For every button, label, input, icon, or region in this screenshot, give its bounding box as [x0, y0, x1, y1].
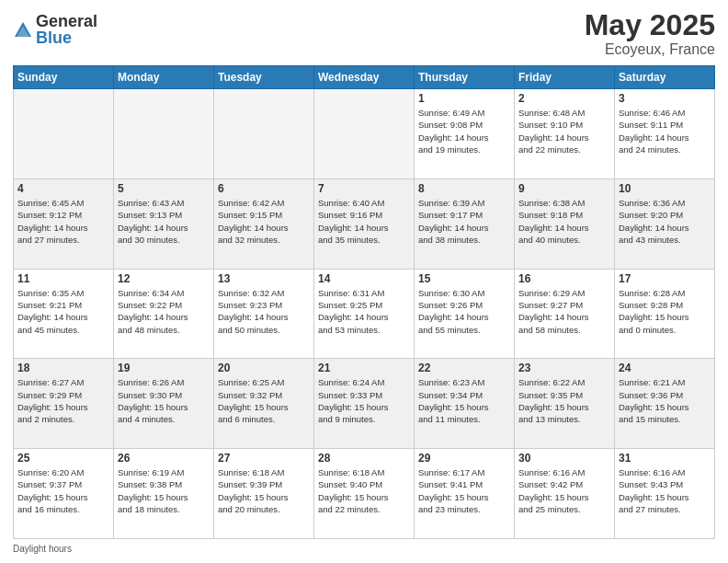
day-number: 26: [118, 452, 210, 465]
day-number: 29: [418, 452, 510, 465]
calendar-cell: 17Sunrise: 6:28 AM Sunset: 9:28 PM Dayli…: [615, 269, 715, 359]
day-info: Sunrise: 6:27 AM Sunset: 9:29 PM Dayligh…: [17, 376, 109, 425]
calendar-header-friday: Friday: [515, 66, 615, 89]
day-info: Sunrise: 6:35 AM Sunset: 9:21 PM Dayligh…: [17, 287, 109, 336]
calendar-cell: 18Sunrise: 6:27 AM Sunset: 9:29 PM Dayli…: [14, 359, 114, 449]
title-block: May 2025 Ecoyeux, France: [585, 9, 715, 58]
calendar-cell: 22Sunrise: 6:23 AM Sunset: 9:34 PM Dayli…: [415, 359, 515, 449]
calendar-header-saturday: Saturday: [615, 66, 715, 89]
day-number: 31: [619, 452, 711, 465]
day-number: 20: [218, 362, 310, 374]
calendar-cell: [114, 89, 214, 179]
day-info: Sunrise: 6:18 AM Sunset: 9:39 PM Dayligh…: [218, 466, 310, 515]
day-info: Sunrise: 6:31 AM Sunset: 9:25 PM Dayligh…: [318, 287, 410, 336]
day-number: 13: [218, 272, 310, 285]
day-number: 24: [619, 362, 711, 374]
day-number: 22: [418, 362, 510, 374]
calendar-cell: 2Sunrise: 6:48 AM Sunset: 9:10 PM Daylig…: [515, 89, 615, 179]
header: General Blue May 2025 Ecoyeux, France: [13, 9, 715, 58]
day-number: 21: [318, 362, 410, 374]
footer-note: Daylight hours: [13, 544, 715, 554]
page: General Blue May 2025 Ecoyeux, France Su…: [0, 0, 728, 563]
calendar-header-row: SundayMondayTuesdayWednesdayThursdayFrid…: [14, 66, 715, 89]
location: Ecoyeux, France: [585, 41, 715, 58]
day-info: Sunrise: 6:26 AM Sunset: 9:30 PM Dayligh…: [118, 376, 210, 425]
day-info: Sunrise: 6:45 AM Sunset: 9:12 PM Dayligh…: [17, 197, 109, 246]
day-number: 5: [118, 182, 210, 195]
month-title: May 2025: [585, 9, 715, 41]
calendar-week-row: 1Sunrise: 6:49 AM Sunset: 9:08 PM Daylig…: [14, 89, 715, 179]
day-info: Sunrise: 6:39 AM Sunset: 9:17 PM Dayligh…: [418, 197, 510, 246]
day-number: 7: [318, 182, 410, 195]
day-info: Sunrise: 6:40 AM Sunset: 9:16 PM Dayligh…: [318, 197, 410, 246]
day-info: Sunrise: 6:38 AM Sunset: 9:18 PM Dayligh…: [518, 197, 610, 246]
calendar-cell: 30Sunrise: 6:16 AM Sunset: 9:42 PM Dayli…: [515, 449, 615, 539]
day-number: 12: [118, 272, 210, 285]
day-number: 27: [218, 452, 310, 465]
calendar-table: SundayMondayTuesdayWednesdayThursdayFrid…: [13, 65, 715, 539]
calendar-cell: 20Sunrise: 6:25 AM Sunset: 9:32 PM Dayli…: [214, 359, 314, 449]
logo: General Blue: [13, 13, 97, 46]
day-info: Sunrise: 6:19 AM Sunset: 9:38 PM Dayligh…: [118, 466, 210, 515]
calendar-header-tuesday: Tuesday: [214, 66, 314, 89]
day-info: Sunrise: 6:43 AM Sunset: 9:13 PM Dayligh…: [118, 197, 210, 246]
calendar-week-row: 11Sunrise: 6:35 AM Sunset: 9:21 PM Dayli…: [14, 269, 715, 359]
calendar-cell: 23Sunrise: 6:22 AM Sunset: 9:35 PM Dayli…: [515, 359, 615, 449]
calendar-cell: 21Sunrise: 6:24 AM Sunset: 9:33 PM Dayli…: [314, 359, 415, 449]
day-info: Sunrise: 6:23 AM Sunset: 9:34 PM Dayligh…: [418, 376, 510, 425]
calendar-cell: 24Sunrise: 6:21 AM Sunset: 9:36 PM Dayli…: [615, 359, 715, 449]
day-info: Sunrise: 6:34 AM Sunset: 9:22 PM Dayligh…: [118, 287, 210, 336]
day-info: Sunrise: 6:25 AM Sunset: 9:32 PM Dayligh…: [218, 376, 310, 425]
day-info: Sunrise: 6:28 AM Sunset: 9:28 PM Dayligh…: [619, 287, 711, 336]
day-number: 10: [619, 182, 711, 195]
calendar-cell: 5Sunrise: 6:43 AM Sunset: 9:13 PM Daylig…: [114, 178, 214, 269]
day-info: Sunrise: 6:32 AM Sunset: 9:23 PM Dayligh…: [218, 287, 310, 336]
logo-icon: [13, 20, 33, 40]
calendar-cell: 7Sunrise: 6:40 AM Sunset: 9:16 PM Daylig…: [314, 178, 415, 269]
day-number: 14: [318, 272, 410, 285]
calendar-cell: 4Sunrise: 6:45 AM Sunset: 9:12 PM Daylig…: [14, 178, 114, 269]
calendar-cell: 13Sunrise: 6:32 AM Sunset: 9:23 PM Dayli…: [214, 269, 314, 359]
calendar-header-wednesday: Wednesday: [314, 66, 415, 89]
day-info: Sunrise: 6:42 AM Sunset: 9:15 PM Dayligh…: [218, 197, 310, 246]
calendar-cell: 11Sunrise: 6:35 AM Sunset: 9:21 PM Dayli…: [14, 269, 114, 359]
calendar-header-monday: Monday: [114, 66, 214, 89]
day-info: Sunrise: 6:30 AM Sunset: 9:26 PM Dayligh…: [418, 287, 510, 336]
calendar-cell: [14, 89, 114, 179]
calendar-cell: [214, 89, 314, 179]
footer-daylight-label: Daylight hours: [13, 544, 72, 554]
calendar-cell: 27Sunrise: 6:18 AM Sunset: 9:39 PM Dayli…: [214, 449, 314, 539]
day-info: Sunrise: 6:16 AM Sunset: 9:42 PM Dayligh…: [518, 466, 610, 515]
day-number: 17: [619, 272, 711, 285]
calendar-cell: 31Sunrise: 6:16 AM Sunset: 9:43 PM Dayli…: [615, 449, 715, 539]
day-number: 11: [17, 272, 109, 285]
calendar-week-row: 25Sunrise: 6:20 AM Sunset: 9:37 PM Dayli…: [14, 449, 715, 539]
calendar-cell: 14Sunrise: 6:31 AM Sunset: 9:25 PM Dayli…: [314, 269, 415, 359]
calendar-cell: 16Sunrise: 6:29 AM Sunset: 9:27 PM Dayli…: [515, 269, 615, 359]
day-number: 8: [418, 182, 510, 195]
day-info: Sunrise: 6:29 AM Sunset: 9:27 PM Dayligh…: [518, 287, 610, 336]
calendar-cell: [314, 89, 415, 179]
day-number: 15: [418, 272, 510, 285]
day-number: 30: [518, 452, 610, 465]
calendar-cell: 10Sunrise: 6:36 AM Sunset: 9:20 PM Dayli…: [615, 178, 715, 269]
calendar-header-sunday: Sunday: [14, 66, 114, 89]
calendar-week-row: 4Sunrise: 6:45 AM Sunset: 9:12 PM Daylig…: [14, 178, 715, 269]
day-info: Sunrise: 6:17 AM Sunset: 9:41 PM Dayligh…: [418, 466, 510, 515]
calendar-cell: 9Sunrise: 6:38 AM Sunset: 9:18 PM Daylig…: [515, 178, 615, 269]
day-number: 16: [518, 272, 610, 285]
calendar-cell: 12Sunrise: 6:34 AM Sunset: 9:22 PM Dayli…: [114, 269, 214, 359]
calendar-week-row: 18Sunrise: 6:27 AM Sunset: 9:29 PM Dayli…: [14, 359, 715, 449]
day-number: 19: [118, 362, 210, 374]
day-number: 2: [518, 92, 610, 105]
day-number: 25: [17, 452, 109, 465]
day-number: 23: [518, 362, 610, 374]
day-info: Sunrise: 6:48 AM Sunset: 9:10 PM Dayligh…: [518, 107, 610, 155]
calendar-cell: 1Sunrise: 6:49 AM Sunset: 9:08 PM Daylig…: [415, 89, 515, 179]
day-info: Sunrise: 6:49 AM Sunset: 9:08 PM Dayligh…: [418, 107, 510, 155]
calendar-cell: 3Sunrise: 6:46 AM Sunset: 9:11 PM Daylig…: [615, 89, 715, 179]
day-number: 18: [17, 362, 109, 374]
day-info: Sunrise: 6:20 AM Sunset: 9:37 PM Dayligh…: [17, 466, 109, 515]
day-number: 3: [619, 92, 711, 105]
calendar-header-thursday: Thursday: [415, 66, 515, 89]
